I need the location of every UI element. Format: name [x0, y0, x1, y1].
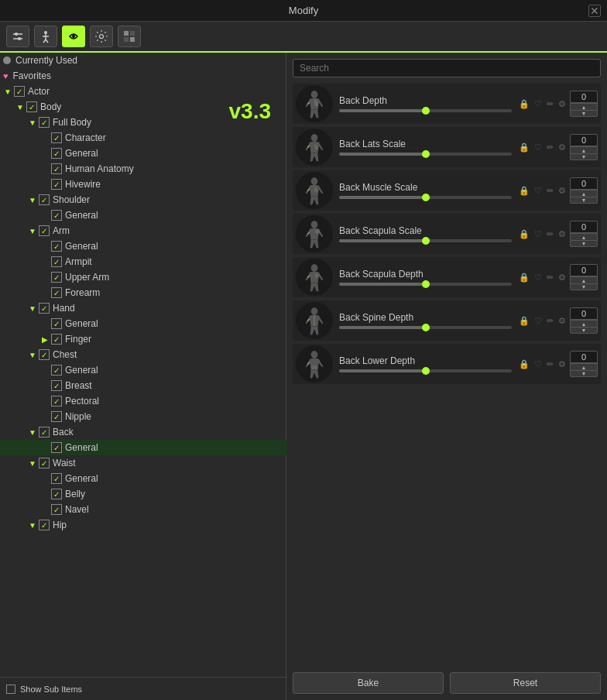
lock-icon[interactable]: 🔒: [518, 142, 530, 153]
checkbox[interactable]: [39, 349, 50, 360]
morph-slider[interactable]: [339, 283, 512, 286]
edit-icon[interactable]: ✏: [546, 228, 554, 240]
checkbox[interactable]: [51, 272, 62, 283]
checkbox[interactable]: [51, 473, 62, 484]
checkbox[interactable]: [26, 101, 37, 112]
tree-item-arm[interactable]: Arm: [0, 223, 286, 238]
favorite-icon[interactable]: ♡: [533, 185, 543, 197]
checkbox[interactable]: [51, 411, 62, 422]
edit-icon[interactable]: ✏: [546, 359, 554, 370]
tree-item-general-sh[interactable]: General: [0, 208, 286, 223]
morph-slider[interactable]: [339, 239, 512, 242]
tree-item-currently-used[interactable]: Currently Used: [0, 53, 286, 68]
edit-icon[interactable]: ✏: [546, 185, 554, 197]
morph-slider[interactable]: [339, 196, 512, 199]
value-up-arrow[interactable]: ▲: [570, 276, 598, 283]
favorite-icon[interactable]: ♡: [533, 98, 543, 110]
checkbox[interactable]: [51, 318, 62, 329]
options-icon[interactable]: ⚙: [557, 272, 567, 283]
morph-value-input[interactable]: [570, 264, 598, 276]
value-up-arrow[interactable]: ▲: [570, 320, 598, 327]
tree-item-finger[interactable]: Finger: [0, 331, 286, 347]
value-down-arrow[interactable]: ▼: [570, 240, 598, 247]
edit-icon[interactable]: ✏: [546, 315, 554, 327]
checkbox[interactable]: [39, 458, 50, 468]
edit-icon[interactable]: ✏: [546, 98, 554, 110]
checkbox[interactable]: [51, 380, 62, 391]
options-icon[interactable]: ⚙: [557, 98, 567, 110]
value-up-arrow[interactable]: ▲: [570, 190, 598, 197]
toolbar-sliders-btn[interactable]: [6, 26, 29, 47]
tree-item-general-hand[interactable]: General: [0, 316, 286, 331]
checkbox[interactable]: [51, 179, 62, 190]
options-icon[interactable]: ⚙: [557, 359, 567, 370]
value-down-arrow[interactable]: ▼: [570, 110, 598, 117]
tree-item-human-anatomy[interactable]: Human Anatomy: [0, 161, 286, 177]
checkbox[interactable]: [39, 520, 50, 530]
morph-slider[interactable]: [339, 109, 512, 112]
checkbox[interactable]: [39, 194, 50, 205]
checkbox[interactable]: [51, 148, 62, 159]
options-icon[interactable]: ⚙: [557, 228, 567, 240]
tree-item-general-fb[interactable]: General: [0, 146, 286, 161]
lock-icon[interactable]: 🔒: [518, 359, 530, 370]
tree-item-character[interactable]: Character: [0, 130, 286, 146]
tree-item-hand[interactable]: Hand: [0, 300, 286, 316]
tree-item-back[interactable]: Back: [0, 424, 286, 440]
value-down-arrow[interactable]: ▼: [570, 153, 598, 160]
tree-panel[interactable]: v3.3 Currently Used♥FavoritesActorBodyFu…: [0, 53, 286, 700]
checkbox[interactable]: [14, 86, 25, 97]
checkbox[interactable]: [51, 396, 62, 407]
toolbar-checker-btn[interactable]: [118, 26, 141, 47]
options-icon[interactable]: ⚙: [557, 185, 567, 197]
checkbox[interactable]: [51, 365, 62, 376]
morph-value-input[interactable]: [570, 307, 598, 320]
tree-item-body[interactable]: Body: [0, 99, 286, 115]
tree-item-hip[interactable]: Hip: [0, 517, 286, 533]
tree-item-favorites[interactable]: ♥Favorites: [0, 68, 286, 84]
value-down-arrow[interactable]: ▼: [570, 197, 598, 204]
edit-icon[interactable]: ✏: [546, 272, 554, 283]
tree-item-general-back[interactable]: General: [0, 440, 286, 455]
search-input[interactable]: [293, 59, 601, 77]
tree-item-armpit[interactable]: Armpit: [0, 254, 286, 269]
lock-icon[interactable]: 🔒: [518, 185, 530, 197]
close-button[interactable]: ✕: [588, 5, 601, 17]
tree-item-nipple[interactable]: Nipple: [0, 409, 286, 424]
tree-item-actor[interactable]: Actor: [0, 84, 286, 99]
tree-item-forearm[interactable]: Forearm: [0, 285, 286, 300]
morph-value-input[interactable]: [570, 351, 598, 363]
checkbox[interactable]: [39, 303, 50, 314]
bake-button[interactable]: Bake: [293, 672, 444, 694]
show-sub-items-checkbox[interactable]: [6, 685, 15, 694]
checkbox[interactable]: [51, 504, 62, 515]
options-icon[interactable]: ⚙: [557, 315, 567, 327]
favorite-icon[interactable]: ♡: [533, 228, 543, 240]
edit-icon[interactable]: ✏: [546, 142, 554, 153]
value-down-arrow[interactable]: ▼: [570, 283, 598, 290]
morph-slider[interactable]: [339, 326, 512, 329]
value-down-arrow[interactable]: ▼: [570, 370, 598, 377]
favorite-icon[interactable]: ♡: [533, 272, 543, 283]
checkbox[interactable]: [39, 225, 50, 236]
value-down-arrow[interactable]: ▼: [570, 327, 598, 334]
favorite-icon[interactable]: ♡: [533, 359, 543, 370]
checkbox[interactable]: [51, 489, 62, 499]
lock-icon[interactable]: 🔒: [518, 315, 530, 327]
morph-slider[interactable]: [339, 153, 512, 156]
checkbox[interactable]: [51, 334, 62, 345]
tree-item-pectoral[interactable]: Pectoral: [0, 393, 286, 409]
favorite-icon[interactable]: ♡: [533, 315, 543, 327]
morph-slider[interactable]: [339, 369, 512, 372]
toolbar-settings-btn[interactable]: [90, 26, 113, 47]
toolbar-figure-btn[interactable]: [34, 26, 57, 47]
tree-item-belly[interactable]: Belly: [0, 486, 286, 502]
favorite-icon[interactable]: ♡: [533, 142, 543, 153]
value-up-arrow[interactable]: ▲: [570, 363, 598, 370]
value-up-arrow[interactable]: ▲: [570, 103, 598, 110]
checkbox[interactable]: [51, 163, 62, 174]
checkbox[interactable]: [51, 287, 62, 298]
tree-item-waist[interactable]: Waist: [0, 455, 286, 471]
reset-button[interactable]: Reset: [450, 672, 601, 694]
morph-value-input[interactable]: [570, 134, 598, 146]
